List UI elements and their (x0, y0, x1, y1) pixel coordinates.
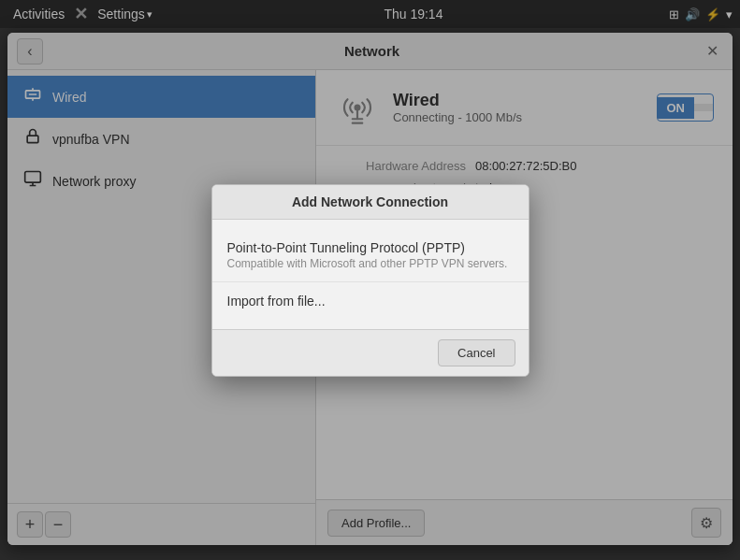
pptp-option[interactable]: Point-to-Point Tunneling Protocol (PPTP)… (212, 229, 529, 282)
modal-footer: Cancel (212, 329, 529, 376)
cancel-button[interactable]: Cancel (438, 339, 515, 366)
modal-overlay: Add Network Connection Point-to-Point Tu… (0, 0, 740, 560)
import-label: Import from file... (227, 294, 514, 309)
modal-title: Add Network Connection (212, 185, 529, 220)
pptp-title: Point-to-Point Tunneling Protocol (PPTP) (227, 240, 514, 255)
add-network-dialog: Add Network Connection Point-to-Point Tu… (211, 184, 530, 377)
pptp-desc: Compatible with Microsoft and other PPTP… (227, 257, 514, 270)
import-option[interactable]: Import from file... (212, 282, 529, 320)
modal-body: Point-to-Point Tunneling Protocol (PPTP)… (212, 220, 529, 329)
